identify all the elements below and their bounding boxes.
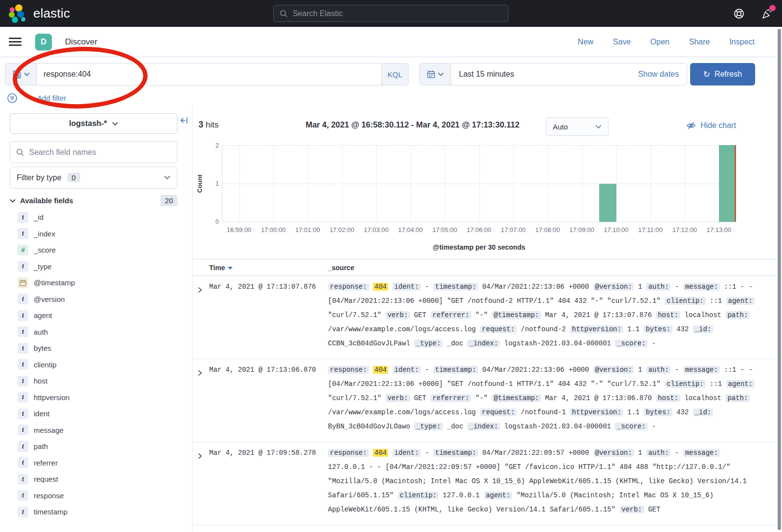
expand-row-icon[interactable] (196, 287, 203, 293)
field-search[interactable] (10, 141, 177, 163)
field-item-bytes[interactable]: tbytes (10, 340, 177, 357)
field-label-badge: clientip: (665, 297, 706, 305)
collapse-sidebar-icon[interactable] (179, 116, 189, 125)
global-search[interactable] (273, 5, 508, 22)
grid-line (685, 145, 685, 222)
field-label-badge: response: (328, 366, 369, 374)
datepicker-quick-menu[interactable] (420, 64, 451, 85)
grid-line (616, 145, 617, 222)
field-label-badge: @version: (593, 449, 634, 457)
menu-open[interactable]: Open (651, 38, 670, 46)
field-label-badge: request: (480, 408, 517, 416)
scrollbar-thumb[interactable] (778, 29, 781, 530)
page-title: Discover (65, 37, 97, 47)
grid-line (479, 145, 480, 222)
field-name: bytes (34, 344, 51, 352)
chevron-down-icon (24, 72, 30, 76)
field-item-request[interactable]: trequest (10, 471, 177, 488)
field-item-_index[interactable]: t_index (10, 226, 177, 242)
query-input[interactable] (43, 70, 381, 79)
field-item-timestamp[interactable]: ttimestamp (10, 504, 177, 520)
field-item-_id[interactable]: t_id (10, 209, 177, 226)
time-column-header[interactable]: Time (209, 264, 328, 272)
field-item-message[interactable]: tmessage (10, 422, 177, 439)
document-row: Mar 4, 2021 @ 17:13:07.876response: 404 … (193, 276, 782, 359)
field-label-badge: _id: (693, 408, 714, 416)
field-name: referrer (34, 459, 58, 467)
index-pattern-select[interactable]: logstash-* (10, 113, 177, 134)
histogram-bar-17:09:30[interactable] (599, 184, 616, 222)
expand-row-icon[interactable] (196, 370, 203, 376)
field-label-badge: request: (480, 325, 517, 333)
field-item-ident[interactable]: tident (10, 405, 177, 422)
menu-icon[interactable] (9, 36, 22, 48)
y-axis-label: Count (196, 174, 203, 193)
chevron-down-icon (164, 175, 171, 180)
histogram-chart: Count 2 1 0 16:59:0017:00:0017:01:0017:0… (193, 142, 757, 261)
field-label-badge: response: (328, 449, 369, 457)
hide-chart-link[interactable]: Hide chart (686, 121, 736, 130)
field-label-badge: response: (328, 283, 369, 291)
doc-source: response: 404 ident: - timestamp: 04/Mar… (328, 446, 757, 517)
save-icon (12, 70, 22, 79)
calendar-icon (427, 70, 435, 79)
field-item-response[interactable]: tresponse (10, 488, 177, 504)
field-label-badge: host: (656, 394, 680, 402)
doc-time: Mar 4, 2021 @ 17:09:58.278 (209, 446, 328, 517)
filter-by-type[interactable]: Filter by type 0 (10, 167, 177, 189)
refresh-button[interactable]: ↻ Refresh (690, 63, 755, 85)
field-name: httpversion (34, 393, 69, 402)
global-search-input[interactable] (293, 9, 502, 18)
field-item-agent[interactable]: tagent (10, 307, 177, 324)
available-fields-header[interactable]: Available fields 20 (10, 195, 177, 206)
field-label-badge: auth: (646, 449, 671, 457)
add-filter-link[interactable]: + Add filter (31, 94, 66, 102)
field-item-_type[interactable]: t_type (10, 258, 177, 275)
highlighted-value: 404 (373, 449, 388, 457)
field-name: _index (34, 230, 55, 238)
doc-time: Mar 4, 2021 @ 17:13:07.876 (209, 280, 328, 351)
field-item-clientip[interactable]: tclientip (10, 357, 177, 373)
field-item-@version[interactable]: t@version (10, 291, 177, 308)
top-menu: NewSaveOpenShareInspect (578, 38, 755, 46)
field-item-@timestamp[interactable]: @timestamp (10, 275, 177, 291)
histogram-bar-17:13:00[interactable] (719, 145, 736, 222)
saved-query-menu[interactable] (5, 64, 37, 85)
plot-area[interactable] (222, 145, 736, 222)
field-item-referrer[interactable]: treferrer (10, 455, 177, 471)
grid-line (411, 145, 411, 222)
app-nav: D Discover NewSaveOpenShareInspect (0, 27, 782, 57)
text-field-icon: t (18, 310, 28, 321)
chevron-down-icon (595, 125, 602, 129)
time-range-value[interactable]: Last 15 minutes (459, 70, 514, 79)
menu-inspect[interactable]: Inspect (729, 38, 755, 46)
field-search-input[interactable] (29, 148, 172, 157)
show-dates-link[interactable]: Show dates (638, 70, 679, 79)
field-item-_score[interactable]: #_score (10, 242, 177, 258)
menu-save[interactable]: Save (613, 38, 630, 46)
text-field-icon: t (18, 212, 28, 223)
filter-set-icon[interactable] (7, 93, 18, 104)
news-feed-icon[interactable] (761, 8, 773, 20)
field-list: t_idt_index#_scoret_type@timestampt@vers… (10, 209, 177, 520)
highlighted-value: 404 (373, 283, 388, 291)
field-label-badge: auth: (646, 283, 671, 291)
text-field-icon: t (18, 392, 28, 403)
field-label-badge: @version: (593, 366, 634, 374)
results-panel: 3 hits Mar 4, 2021 @ 16:58:30.112 - Mar … (193, 105, 782, 532)
field-label-badge: host: (656, 311, 680, 319)
field-item-httpversion[interactable]: thttpversion (10, 389, 177, 406)
interval-select[interactable]: Auto (546, 117, 608, 136)
field-item-auth[interactable]: tauth (10, 324, 177, 340)
field-item-host[interactable]: thost (10, 373, 177, 389)
help-icon[interactable] (733, 8, 745, 20)
expand-row-icon[interactable] (196, 453, 203, 459)
doc-source: response: 404 ident: - timestamp: 04/Mar… (328, 280, 757, 351)
query-language-button[interactable]: KQL (381, 64, 408, 85)
text-field-icon: t (18, 425, 28, 435)
page-scrollbar[interactable] (776, 27, 782, 532)
field-item-path[interactable]: tpath (10, 438, 177, 455)
menu-share[interactable]: Share (689, 38, 710, 46)
field-label-badge: path: (725, 311, 750, 319)
menu-new[interactable]: New (578, 38, 593, 46)
